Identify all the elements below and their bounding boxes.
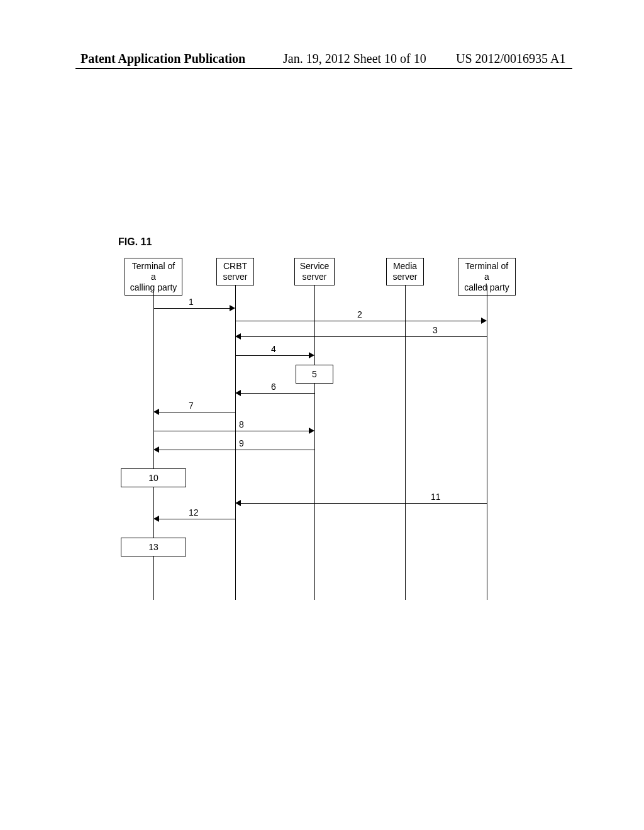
activity-5-label: 5: [312, 369, 317, 379]
activity-5: 5: [296, 365, 333, 384]
msg-11-arrow: [235, 500, 241, 506]
msg-11-line: [241, 503, 487, 504]
participant-label: server: [223, 272, 248, 282]
msg-7-line: [159, 412, 235, 412]
header-date-sheet: Jan. 19, 2012 Sheet 10 of 10: [283, 52, 426, 66]
activity-10-label: 10: [148, 473, 158, 483]
participant-label: Terminal of a: [132, 261, 175, 282]
participant-media: Media server: [386, 258, 424, 285]
msg-11-label: 11: [431, 492, 441, 502]
figure-label: FIG. 11: [118, 236, 152, 248]
participant-label: server: [303, 272, 327, 282]
msg-2-line: [235, 321, 481, 321]
msg-2-label: 2: [357, 309, 362, 319]
msg-4-arrow: [309, 352, 314, 358]
participant-label: CRBT: [223, 261, 247, 271]
msg-6-arrow: [235, 390, 241, 396]
msg-1-label: 1: [189, 297, 194, 307]
msg-12-line: [159, 519, 235, 519]
header-publication: Patent Application Publication: [80, 52, 245, 66]
participant-crbt: CRBT server: [216, 258, 254, 285]
msg-3-label: 3: [433, 325, 438, 335]
msg-8-label: 8: [239, 419, 244, 429]
msg-9-line: [159, 450, 314, 450]
msg-7-label: 7: [189, 401, 194, 411]
msg-6-label: 6: [271, 382, 276, 392]
msg-4-line: [235, 355, 309, 356]
header-rule: [75, 68, 572, 69]
activity-13: 13: [121, 538, 186, 556]
activity-13-label: 13: [148, 542, 158, 552]
msg-8-arrow: [309, 428, 314, 434]
sequence-diagram: Terminal of a calling party CRBT server …: [113, 258, 528, 610]
activity-10: 10: [121, 468, 186, 487]
msg-9-arrow: [153, 446, 159, 453]
participant-label: server: [393, 272, 418, 282]
participant-service: Service server: [294, 258, 335, 285]
msg-4-label: 4: [271, 344, 276, 354]
participant-label: Media: [393, 261, 417, 271]
participant-label: Service: [300, 261, 330, 271]
msg-2-arrow: [481, 318, 487, 324]
msg-8-line: [153, 431, 309, 431]
msg-7-arrow: [153, 409, 159, 415]
lifeline-service: [314, 285, 315, 600]
lifeline-media: [405, 285, 406, 600]
header-pub-number: US 2012/0016935 A1: [456, 52, 565, 66]
msg-12-label: 12: [189, 507, 199, 517]
participant-label: Terminal of a: [465, 261, 508, 282]
msg-6-line: [241, 393, 314, 394]
msg-9-label: 9: [239, 438, 244, 448]
msg-12-arrow: [153, 516, 159, 522]
msg-1-line: [153, 308, 230, 309]
lifeline-called: [487, 285, 487, 600]
msg-3-arrow: [235, 333, 241, 340]
msg-1-arrow: [230, 305, 235, 311]
msg-3-line: [241, 336, 487, 337]
lifeline-crbt: [235, 285, 236, 600]
